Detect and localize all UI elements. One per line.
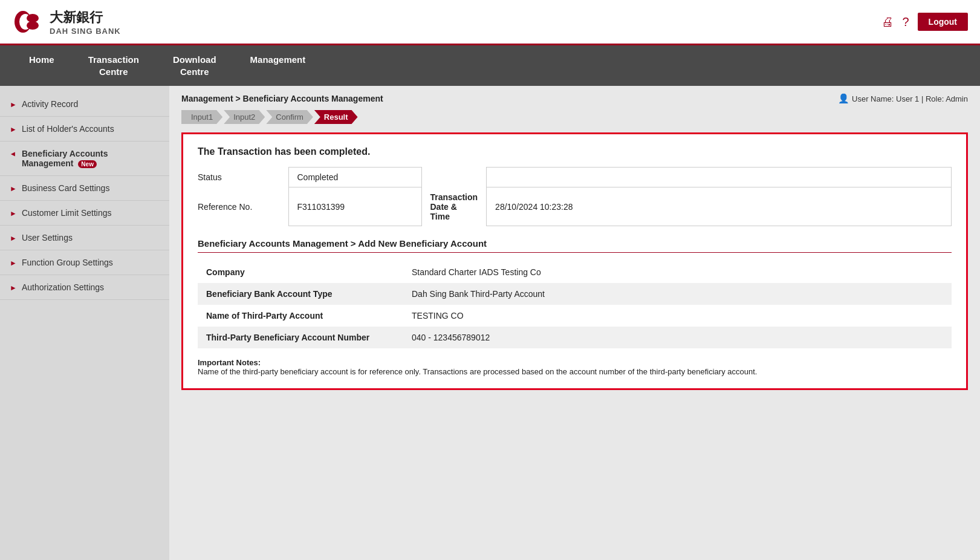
nav-management[interactable]: Management: [233, 45, 323, 86]
sidebar-item-customer-limit[interactable]: ► Customer Limit Settings: [0, 201, 169, 226]
help-icon[interactable]: ?: [902, 15, 909, 29]
completed-message: The Transaction has been completed.: [198, 146, 952, 157]
sidebar-label-list-of-holder: List of Holder's Accounts: [22, 124, 114, 134]
arrow-icon: ►: [10, 100, 17, 109]
detail-label-account-number: Third-Party Beneficiary Account Number: [198, 327, 403, 348]
notes-section: Important Notes: Name of the third-party…: [198, 358, 952, 376]
sidebar-item-list-of-holder[interactable]: ► List of Holder's Accounts: [0, 117, 169, 142]
breadcrumb: Management > Beneficiary Accounts Manage…: [181, 94, 383, 103]
detail-value-account-number: 040 - 123456789012: [403, 327, 952, 348]
table-row: Third-Party Beneficiary Account Number 0…: [198, 327, 952, 348]
reference-value: F311031399: [288, 187, 421, 226]
detail-label-name-third-party: Name of Third-Party Account: [198, 305, 403, 327]
bank-logo-icon: [12, 6, 44, 37]
step-confirm[interactable]: Confirm: [266, 110, 313, 124]
header-actions: 🖨 ? Logout: [881, 13, 968, 31]
tx-date-value-top: [487, 168, 952, 187]
content-top: Management > Beneficiary Accounts Manage…: [181, 93, 968, 104]
logo-area: 大新銀行 DAH SING BANK: [12, 6, 121, 37]
sidebar-label-user-settings: User Settings: [22, 233, 73, 243]
detail-value-company: Standard Charter IADS Testing Co: [403, 261, 952, 283]
content-area: Management > Beneficiary Accounts Manage…: [169, 86, 980, 560]
table-row: Beneficiary Bank Account Type Dah Sing B…: [198, 283, 952, 305]
arrow-icon: ►: [10, 284, 17, 292]
nav-download-centre[interactable]: DownloadCentre: [156, 45, 233, 86]
sidebar-label-function-group: Function Group Settings: [22, 258, 113, 267]
sidebar-item-function-group[interactable]: ► Function Group Settings: [0, 250, 169, 275]
sidebar-label-beneficiary-accounts: Beneficiary Accounts Management New: [22, 149, 160, 168]
status-value: Completed: [288, 168, 421, 187]
notes-text: Name of the third-party beneficiary acco…: [198, 367, 757, 376]
logo-text: 大新銀行 DAH SING BANK: [50, 8, 121, 36]
step-result[interactable]: Result: [314, 110, 358, 124]
detail-value-bank-account-type: Dah Sing Bank Third-Party Account: [403, 283, 952, 305]
new-badge: New: [78, 160, 97, 168]
arrow-icon: ►: [10, 209, 17, 218]
main-layout: ► Activity Record ► List of Holder's Acc…: [0, 86, 980, 560]
main-result-card: The Transaction has been completed. Stat…: [181, 132, 968, 390]
sidebar-label-customer-limit: Customer Limit Settings: [22, 208, 112, 218]
arrow-icon: ▼: [9, 151, 18, 158]
detail-value-name-third-party: TESTING CO: [403, 305, 952, 327]
arrow-icon: ►: [10, 184, 17, 193]
sidebar-label-authorization: Authorization Settings: [22, 282, 104, 292]
arrow-icon: ►: [10, 234, 17, 243]
notes-title: Important Notes:: [198, 358, 261, 367]
bank-name-en: DAH SING BANK: [50, 27, 121, 36]
sidebar-label-activity-record: Activity Record: [22, 99, 78, 109]
step-input1[interactable]: Input1: [181, 110, 222, 124]
status-table: Status Completed Reference No. F31103139…: [198, 167, 952, 226]
nav-transaction-centre[interactable]: TransactionCentre: [71, 45, 156, 86]
table-row: Name of Third-Party Account TESTING CO: [198, 305, 952, 327]
table-row: Company Standard Charter IADS Testing Co: [198, 261, 952, 283]
sidebar-item-activity-record[interactable]: ► Activity Record: [0, 92, 169, 117]
detail-label-company: Company: [198, 261, 403, 283]
user-label: User Name: User 1 | Role: Admin: [852, 94, 968, 103]
user-icon: 👤: [838, 93, 849, 104]
print-icon[interactable]: 🖨: [881, 15, 894, 29]
sidebar-item-business-card[interactable]: ► Business Card Settings: [0, 176, 169, 201]
sidebar-item-beneficiary-accounts[interactable]: ▼ Beneficiary Accounts Management New: [0, 142, 169, 176]
tx-date-value: 28/10/2024 10:23:28: [487, 187, 952, 226]
reference-label: Reference No.: [198, 187, 288, 226]
sidebar-item-user-settings[interactable]: ► User Settings: [0, 226, 169, 250]
logout-button[interactable]: Logout: [918, 13, 968, 31]
sidebar-item-authorization[interactable]: ► Authorization Settings: [0, 275, 169, 300]
details-table: Company Standard Charter IADS Testing Co…: [198, 261, 952, 348]
tx-date-label: Transaction Date & Time: [421, 187, 487, 226]
step-input2[interactable]: Input2: [224, 110, 265, 124]
sidebar: ► Activity Record ► List of Holder's Acc…: [0, 86, 169, 560]
bank-name-cn: 大新銀行: [50, 8, 121, 27]
section-title: Beneficiary Accounts Management > Add Ne…: [198, 238, 952, 253]
top-header: 大新銀行 DAH SING BANK 🖨 ? Logout: [0, 0, 980, 45]
arrow-icon: ►: [10, 125, 17, 134]
arrow-icon: ►: [10, 259, 17, 267]
svg-point-4: [27, 21, 39, 30]
user-info: 👤 User Name: User 1 | Role: Admin: [838, 93, 968, 104]
nav-home[interactable]: Home: [12, 45, 71, 86]
steps-row: Input1 Input2 Confirm Result: [181, 110, 968, 124]
status-label: Status: [198, 168, 288, 187]
svg-point-3: [27, 14, 39, 22]
nav-bar: Home TransactionCentre DownloadCentre Ma…: [0, 45, 980, 86]
detail-label-bank-account-type: Beneficiary Bank Account Type: [198, 283, 403, 305]
sidebar-label-business-card: Business Card Settings: [22, 183, 110, 193]
